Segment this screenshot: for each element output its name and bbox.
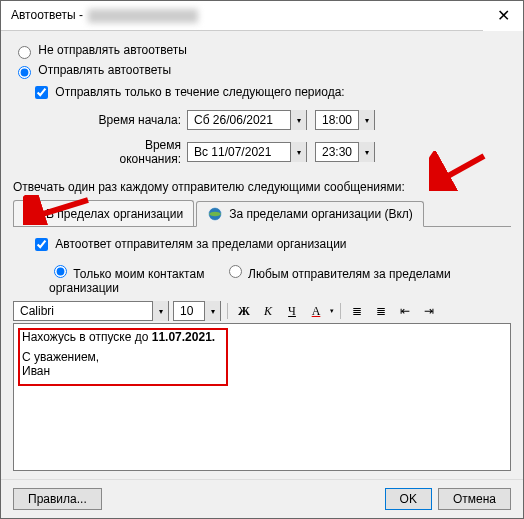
- start-time-combo[interactable]: 18:00 ▾: [315, 110, 375, 130]
- account-name-blurred: [88, 9, 198, 23]
- reply-section-label: Отвечать один раз каждому отправителю сл…: [13, 180, 511, 194]
- close-icon: ✕: [497, 7, 510, 24]
- period-checkbox-text: Отправлять только в течение следующего п…: [55, 85, 344, 99]
- radio-only-contacts-label[interactable]: Только моим контактам: [49, 267, 208, 281]
- indent-button[interactable]: ⇥: [419, 301, 439, 321]
- title-text: Автоответы -: [11, 8, 86, 22]
- end-row: Время окончания: Вс 11/07/2021 ▾ 23:30 ▾: [83, 138, 511, 166]
- font-combo[interactable]: Calibri ▾: [13, 301, 169, 321]
- rules-button[interactable]: Правила...: [13, 488, 102, 510]
- ok-button[interactable]: OK: [385, 488, 432, 510]
- bullet-list-button[interactable]: ≣: [347, 301, 367, 321]
- chevron-down-icon: ▾: [290, 142, 306, 162]
- radio-no-send-text: Не отправлять автоответы: [38, 43, 186, 57]
- outside-scope-row: Только моим контактам Любым отправителям…: [49, 262, 511, 295]
- number-list-button[interactable]: ≣: [371, 301, 391, 321]
- chevron-down-icon: ▾: [358, 142, 374, 162]
- titlebar: Автоответы - ✕: [1, 1, 523, 31]
- start-label: Время начала:: [83, 113, 187, 127]
- message-line1: Нахожусь в отпуске до 11.07.2021.: [22, 330, 502, 344]
- msg-text: Нахожусь в отпуске до: [22, 330, 152, 344]
- radio-no-send[interactable]: [18, 46, 31, 59]
- end-time-combo[interactable]: 23:30 ▾: [315, 142, 375, 162]
- number-list-icon: ≣: [376, 304, 386, 319]
- end-label: Время окончания:: [83, 138, 187, 166]
- outdent-button[interactable]: ⇤: [395, 301, 415, 321]
- indent-icon: ⇥: [424, 304, 434, 319]
- radio-no-send-row: Не отправлять автоответы: [13, 43, 511, 59]
- underline-button[interactable]: Ч: [282, 301, 302, 321]
- radio-send-text: Отправлять автоответы: [38, 63, 171, 77]
- period-checkbox[interactable]: [35, 86, 48, 99]
- people-icon: [24, 206, 40, 222]
- font-value: Calibri: [14, 304, 152, 318]
- size-combo[interactable]: 10 ▾: [173, 301, 221, 321]
- chevron-down-icon: ▾: [358, 110, 374, 130]
- radio-only-contacts[interactable]: [54, 265, 67, 278]
- radio-send-row: Отправлять автоответы: [13, 63, 511, 79]
- font-color-icon: A: [312, 304, 321, 319]
- radio-only-contacts-text: Только моим контактам: [73, 267, 204, 281]
- window-title: Автоответы -: [11, 8, 483, 23]
- outside-checkbox[interactable]: [35, 238, 48, 251]
- radio-any-sender[interactable]: [229, 265, 242, 278]
- autoreply-dialog: Автоответы - ✕ Не отправлять автоответы …: [0, 0, 524, 519]
- chevron-down-icon: ▾: [152, 301, 168, 321]
- period-checkbox-label[interactable]: Отправлять только в течение следующего п…: [31, 85, 345, 99]
- message-line3: Иван: [22, 364, 502, 378]
- svg-point-0: [27, 209, 32, 214]
- outside-checkbox-row: Автоответ отправителям за пределами орга…: [31, 235, 511, 254]
- close-button[interactable]: ✕: [483, 1, 523, 31]
- tab-inside-org[interactable]: В пределах организации: [13, 200, 194, 226]
- bullet-list-icon: ≣: [352, 304, 362, 319]
- end-date-value: Вс 11/07/2021: [188, 145, 290, 159]
- svg-point-1: [32, 209, 37, 214]
- outside-checkbox-label[interactable]: Автоответ отправителям за пределами орга…: [31, 237, 347, 251]
- radio-no-send-label[interactable]: Не отправлять автоответы: [13, 43, 187, 57]
- tab-outside-label: За пределами организации (Вкл): [229, 207, 413, 221]
- message-line2: С уважением,: [22, 350, 502, 364]
- start-row: Время начала: Сб 26/06/2021 ▾ 18:00 ▾: [83, 110, 511, 130]
- end-time-value: 23:30: [316, 145, 358, 159]
- start-date-value: Сб 26/06/2021: [188, 113, 290, 127]
- separator: [227, 303, 228, 319]
- msg-date-bold: 11.07.2021.: [152, 330, 215, 344]
- chevron-down-icon: ▾: [330, 307, 334, 315]
- chevron-down-icon: ▾: [290, 110, 306, 130]
- outdent-icon: ⇤: [400, 304, 410, 319]
- tab-outside-org[interactable]: За пределами организации (Вкл): [196, 201, 424, 227]
- bold-button[interactable]: Ж: [234, 301, 254, 321]
- end-date-combo[interactable]: Вс 11/07/2021 ▾: [187, 142, 307, 162]
- radio-send[interactable]: [18, 66, 31, 79]
- italic-button[interactable]: К: [258, 301, 278, 321]
- globe-icon: [207, 206, 223, 222]
- chevron-down-icon: ▾: [204, 301, 220, 321]
- tabs: В пределах организации За пределами орга…: [13, 200, 511, 227]
- size-value: 10: [174, 304, 204, 318]
- tab-inside-label: В пределах организации: [46, 207, 183, 221]
- dialog-body: Не отправлять автоответы Отправлять авто…: [1, 31, 523, 479]
- start-date-combo[interactable]: Сб 26/06/2021 ▾: [187, 110, 307, 130]
- start-time-value: 18:00: [316, 113, 358, 127]
- dialog-footer: Правила... OK Отмена: [1, 479, 523, 518]
- period-checkbox-row: Отправлять только в течение следующего п…: [31, 83, 511, 102]
- cancel-button[interactable]: Отмена: [438, 488, 511, 510]
- outside-checkbox-text: Автоответ отправителям за пределами орга…: [55, 237, 346, 251]
- radio-send-label[interactable]: Отправлять автоответы: [13, 63, 171, 77]
- message-editor[interactable]: Нахожусь в отпуске до 11.07.2021. С уваж…: [13, 323, 511, 471]
- format-toolbar: Calibri ▾ 10 ▾ Ж К Ч A ▾ ≣ ≣ ⇤ ⇥: [13, 301, 511, 321]
- font-color-button[interactable]: A: [306, 301, 326, 321]
- separator: [340, 303, 341, 319]
